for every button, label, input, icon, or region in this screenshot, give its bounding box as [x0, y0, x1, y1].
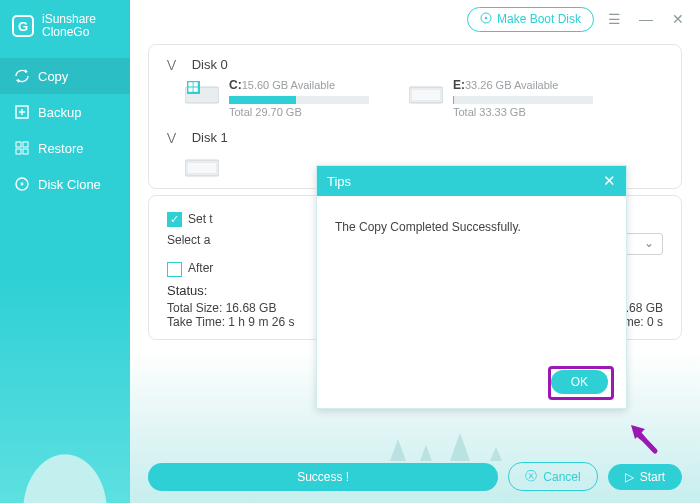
dialog-titlebar: Tips ✕ — [317, 166, 626, 196]
decoration-trees — [370, 425, 540, 461]
dialog-title: Tips — [327, 174, 351, 189]
ok-button[interactable]: OK — [551, 370, 608, 394]
svg-rect-4 — [23, 149, 28, 154]
nav-label: Backup — [38, 105, 81, 120]
svg-rect-3 — [16, 149, 21, 154]
tips-dialog: Tips ✕ The Copy Completed Successfully. … — [316, 165, 627, 409]
svg-point-8 — [485, 16, 487, 18]
sidebar-decoration — [0, 423, 130, 503]
disk-0-header[interactable]: ⋁ Disk 0 — [167, 55, 663, 78]
chevron-down-icon: ⋁ — [167, 131, 176, 144]
backup-icon — [14, 104, 30, 120]
cancel-button[interactable]: ⓧCancel — [508, 462, 597, 491]
refresh-icon — [14, 68, 30, 84]
svg-rect-14 — [188, 163, 216, 173]
nav-disk-clone[interactable]: Disk Clone — [0, 166, 130, 202]
boot-disk-icon — [480, 12, 492, 27]
progress-bar: Success ! — [148, 463, 498, 491]
settings-icon[interactable]: ☰ — [602, 7, 626, 31]
logo-text: iSunshare CloneGo — [42, 13, 96, 39]
svg-rect-2 — [23, 142, 28, 147]
total-size: Total Size: 16.68 GB — [167, 301, 276, 315]
set-target-checkbox[interactable]: ✓ — [167, 212, 182, 227]
nav: Copy Backup Restore Disk Clone — [0, 58, 130, 202]
partition-e[interactable]: E:33.26 GB Available Total 33.33 GB — [409, 78, 593, 118]
cancel-icon: ⓧ — [525, 468, 537, 485]
annotation-arrow-icon — [623, 419, 663, 459]
start-button[interactable]: ▷Start — [608, 464, 682, 490]
sidebar: G iSunshare CloneGo Copy Backup Restore … — [0, 0, 130, 503]
windows-drive-icon — [185, 81, 219, 105]
after-checkbox[interactable] — [167, 262, 182, 277]
make-boot-disk-button[interactable]: Make Boot Disk — [467, 7, 594, 32]
svg-rect-1 — [16, 142, 21, 147]
nav-label: Disk Clone — [38, 177, 101, 192]
partition-c[interactable]: C:15.60 GB Available Total 29.70 GB — [185, 78, 369, 118]
nav-label: Copy — [38, 69, 68, 84]
dialog-close-icon[interactable]: ✕ — [603, 172, 616, 190]
drive-icon — [409, 81, 443, 105]
drive-icon — [185, 154, 219, 178]
chevron-down-icon: ⋁ — [167, 58, 176, 71]
app-window: G iSunshare CloneGo Copy Backup Restore … — [0, 0, 700, 503]
partition-disk1[interactable] — [185, 151, 219, 178]
minimize-icon[interactable]: — — [634, 7, 658, 31]
app-logo: G iSunshare CloneGo — [0, 0, 130, 52]
nav-backup[interactable]: Backup — [0, 94, 130, 130]
main-area: Make Boot Disk ☰ — ✕ ⋁ Disk 0 C:15.60 GB… — [130, 0, 700, 503]
take-time: Take Time: 1 h 9 m 26 s — [167, 315, 294, 329]
close-icon[interactable]: ✕ — [666, 7, 690, 31]
footer: Success ! ⓧCancel ▷Start — [130, 462, 700, 491]
svg-point-6 — [21, 183, 24, 186]
svg-rect-12 — [412, 90, 440, 100]
nav-restore[interactable]: Restore — [0, 130, 130, 166]
nav-copy[interactable]: Copy — [0, 58, 130, 94]
restore-icon — [14, 140, 30, 156]
nav-label: Restore — [38, 141, 84, 156]
disk-1-header[interactable]: ⋁ Disk 1 — [167, 128, 663, 151]
titlebar: Make Boot Disk ☰ — ✕ — [130, 0, 700, 38]
play-icon: ▷ — [625, 470, 634, 484]
dialog-message: The Copy Completed Successfully. — [317, 196, 626, 258]
logo-icon: G — [12, 15, 34, 37]
make-boot-label: Make Boot Disk — [497, 12, 581, 26]
disk-clone-icon — [14, 176, 30, 192]
